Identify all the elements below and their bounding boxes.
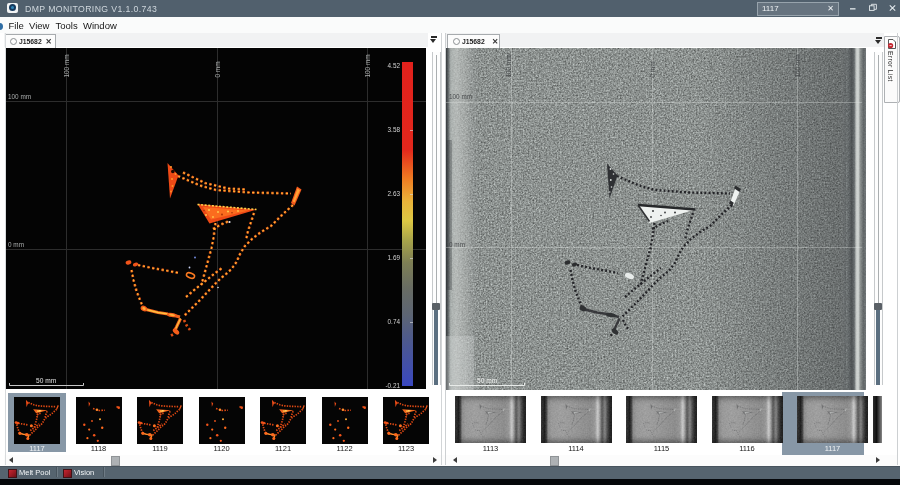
svg-text:-0.21: -0.21 — [385, 382, 400, 389]
svg-text:100 mm: 100 mm — [364, 54, 371, 77]
svg-text:100 mm: 100 mm — [505, 54, 512, 77]
svg-text:50 mm: 50 mm — [477, 377, 498, 384]
svg-text:100 mm: 100 mm — [8, 93, 31, 100]
svg-text:100 mm: 100 mm — [794, 54, 801, 77]
svg-text:0 mm: 0 mm — [8, 241, 24, 248]
svg-text:1.69: 1.69 — [388, 254, 401, 261]
svg-text:100 mm: 100 mm — [449, 93, 472, 100]
svg-text:0.74: 0.74 — [388, 318, 401, 325]
svg-text:3.58: 3.58 — [388, 126, 401, 133]
svg-text:100 mm: 100 mm — [63, 54, 70, 77]
svg-text:2.63: 2.63 — [388, 190, 401, 197]
svg-text:0 mm: 0 mm — [214, 62, 221, 78]
svg-text:0 mm: 0 mm — [649, 62, 656, 78]
svg-text:4.52: 4.52 — [388, 62, 401, 69]
svg-text:0 mm: 0 mm — [449, 241, 465, 248]
svg-text:50 mm: 50 mm — [36, 377, 57, 384]
